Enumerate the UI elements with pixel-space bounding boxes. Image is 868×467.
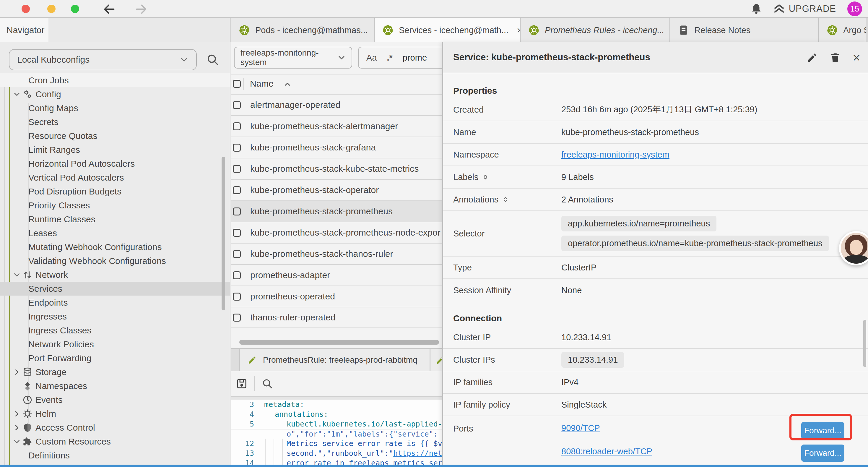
- table-row-kube-prometheus-stack-alertmanager[interactable]: kube-prometheus-stack-alertmanager: [231, 115, 442, 137]
- row-checkbox[interactable]: [233, 271, 241, 279]
- sidebar-item-cron-jobs[interactable]: Cron Jobs: [0, 73, 230, 87]
- sidebar-item-storage[interactable]: Storage: [0, 365, 230, 379]
- row-checkbox[interactable]: [233, 207, 241, 215]
- table-row-alertmanager-operated[interactable]: alertmanager-operated: [231, 94, 442, 115]
- yaml-editor[interactable]: 3metadata:4annotations:5kubectl.kubernet…: [231, 400, 442, 465]
- sidebar-item-ingress-classes[interactable]: Ingress Classes: [0, 323, 230, 337]
- tab-argo[interactable]: Argo Se: [819, 18, 866, 42]
- port-link-8080[interactable]: 8080:reloader-web/TCP: [561, 447, 652, 456]
- chevron-right-icon[interactable]: [13, 410, 21, 418]
- sort-ascending-icon[interactable]: [284, 80, 291, 88]
- regex-toggle[interactable]: .*: [387, 53, 392, 63]
- notification-count-badge[interactable]: 15: [847, 1, 862, 16]
- edit-pencil-icon[interactable]: [807, 52, 818, 63]
- forward-button-8080[interactable]: Forward...: [801, 444, 844, 462]
- chevron-right-icon[interactable]: [13, 424, 21, 432]
- sidebar-item-network[interactable]: Network: [0, 268, 230, 282]
- delete-trash-icon[interactable]: [830, 52, 841, 63]
- filter-input[interactable]: Aa .* prome: [358, 47, 442, 68]
- upgrade-button[interactable]: UPGRADE: [773, 3, 836, 14]
- chevron-down-icon[interactable]: [13, 438, 21, 445]
- namespace-link[interactable]: freeleaps-monitoring-system: [561, 150, 670, 159]
- sidebar-item-runtime-classes[interactable]: Runtime Classes: [0, 212, 230, 226]
- tab-pods[interactable]: Pods - icecheng@mathmas...: [231, 18, 375, 42]
- sidebar-item-events[interactable]: Events: [0, 393, 230, 407]
- row-checkbox[interactable]: [233, 250, 241, 258]
- sidebar-item-custom-resources[interactable]: Custom Resources: [0, 435, 230, 448]
- row-checkbox[interactable]: [233, 293, 241, 300]
- chevron-down-icon[interactable]: [13, 271, 21, 279]
- sidebar-item-leases[interactable]: Leases: [0, 226, 230, 240]
- tab-release[interactable]: Release Notes: [670, 18, 819, 42]
- chevron-down-icon[interactable]: [13, 90, 21, 98]
- sidebar-item-access-control[interactable]: Access Control: [0, 420, 230, 435]
- table-row-kube-prometheus-stack-operator[interactable]: kube-prometheus-stack-operator: [231, 179, 442, 200]
- table-row-prometheus-operated[interactable]: prometheus-operated: [231, 286, 442, 307]
- table-row-kube-prometheus-stack-prometheus[interactable]: kube-prometheus-stack-prometheus: [231, 200, 442, 222]
- drawer-scrollbar[interactable]: [863, 320, 866, 367]
- code-url-link[interactable]: https://net: [393, 449, 442, 458]
- sidebar-scrollbar[interactable]: [222, 157, 225, 310]
- window-minimize-button[interactable]: [47, 5, 56, 13]
- table-row-kube-prometheus-stack-kube-state-metrics[interactable]: kube-prometheus-stack-kube-state-metrics: [231, 158, 442, 179]
- sidebar-item-validating-webhook-configurations[interactable]: Validating Webhook Configurations: [0, 254, 230, 268]
- editor-search-icon[interactable]: [262, 378, 273, 389]
- row-checkbox[interactable]: [233, 314, 241, 322]
- sidebar-item-pod-disruption-budgets[interactable]: Pod Disruption Budgets: [0, 184, 230, 198]
- sidebar-item-port-forwarding[interactable]: Port Forwarding: [0, 351, 230, 365]
- sidebar-item-namespaces[interactable]: Namespaces: [0, 379, 230, 393]
- window-maximize-button[interactable]: [71, 5, 79, 13]
- row-checkbox[interactable]: [233, 101, 241, 109]
- close-icon[interactable]: ×: [852, 51, 860, 64]
- match-case-toggle[interactable]: Aa: [366, 53, 377, 63]
- back-icon[interactable]: [102, 2, 116, 16]
- tab-prometheus[interactable]: Prometheus Rules - icecheng...: [521, 18, 670, 42]
- save-icon[interactable]: [236, 378, 248, 389]
- tab-services[interactable]: Services - icecheng@math...×: [375, 18, 521, 42]
- table-row-prometheus-adapter[interactable]: prometheus-adapter: [231, 264, 442, 286]
- table-row-thanos-ruler-operated[interactable]: thanos-ruler-operated: [231, 307, 442, 328]
- row-checkbox[interactable]: [233, 229, 241, 237]
- tab-close-icon[interactable]: ×: [517, 25, 521, 35]
- forward-icon[interactable]: [134, 2, 148, 16]
- expand-collapse-icon[interactable]: [502, 196, 509, 203]
- sidebar-item-secrets[interactable]: Secrets: [0, 115, 230, 129]
- editor-tab-partial[interactable]: [431, 349, 442, 371]
- table-row-kube-prometheus-stack-thanos-ruler[interactable]: kube-prometheus-stack-thanos-ruler: [231, 243, 442, 264]
- sidebar-item-mutating-webhook-configurations[interactable]: Mutating Webhook Configurations: [0, 240, 230, 254]
- sidebar-item-ingresses[interactable]: Ingresses: [0, 310, 230, 323]
- horizontal-scrollbar[interactable]: [239, 340, 439, 345]
- sidebar-search-icon[interactable]: [206, 53, 219, 66]
- table-row-kube-prometheus-stack-grafana[interactable]: kube-prometheus-stack-grafana: [231, 137, 442, 158]
- row-checkbox[interactable]: [233, 165, 241, 173]
- kubeconfig-selector[interactable]: Local Kubeconfigs: [9, 49, 197, 70]
- editor-tab-prometheusrule[interactable]: PrometheusRule: freeleaps-prod-rabbitmq: [239, 349, 430, 371]
- sidebar-item-limit-ranges[interactable]: Limit Ranges: [0, 143, 230, 157]
- sidebar-item-helm[interactable]: Helm: [0, 407, 230, 420]
- chevron-right-icon[interactable]: [13, 368, 21, 376]
- annotations-value[interactable]: 2 Annotations: [561, 195, 613, 205]
- row-checkbox[interactable]: [233, 122, 241, 130]
- table-row-kube-prometheus-stack-prometheus-node-expor[interactable]: kube-prometheus-stack-prometheus-node-ex…: [231, 222, 442, 243]
- notifications-bell-icon[interactable]: [750, 3, 762, 15]
- sidebar-item-definitions[interactable]: Definitions: [0, 448, 230, 462]
- name-column-header[interactable]: Name: [250, 79, 274, 89]
- sidebar-item-vertical-pod-autoscalers[interactable]: Vertical Pod Autoscalers: [0, 171, 230, 184]
- expand-collapse-icon[interactable]: [482, 174, 489, 181]
- namespace-label: Namespace: [443, 150, 561, 159]
- namespace-selector[interactable]: freeleaps-monitoring-system: [234, 47, 352, 68]
- row-checkbox[interactable]: [233, 144, 241, 152]
- sidebar-item-resource-quotas[interactable]: Resource Quotas: [0, 129, 230, 143]
- sidebar-item-network-policies[interactable]: Network Policies: [0, 337, 230, 351]
- select-all-checkbox[interactable]: [233, 80, 241, 88]
- sidebar-item-priority-classes[interactable]: Priority Classes: [0, 198, 230, 212]
- sidebar-item-config-maps[interactable]: Config Maps: [0, 101, 230, 115]
- row-checkbox[interactable]: [233, 186, 241, 194]
- sidebar-item-config[interactable]: Config: [0, 87, 230, 101]
- port-link-9090[interactable]: 9090/TCP: [561, 423, 600, 433]
- sidebar-item-endpoints[interactable]: Endpoints: [0, 296, 230, 310]
- sidebar-item-horizontal-pod-autoscalers[interactable]: Horizontal Pod Autoscalers: [0, 157, 230, 171]
- window-close-button[interactable]: [22, 5, 30, 13]
- labels-value[interactable]: 9 Labels: [561, 172, 594, 182]
- sidebar-item-services[interactable]: Services: [0, 282, 230, 296]
